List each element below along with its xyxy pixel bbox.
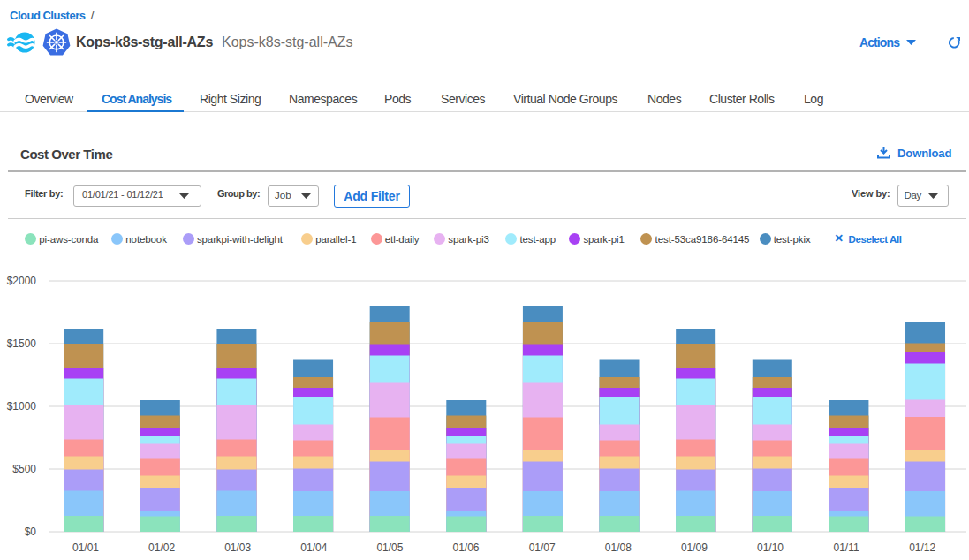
svg-text:01/06: 01/06	[452, 541, 479, 554]
svg-text:$2000: $2000	[7, 275, 37, 287]
svg-text:$0: $0	[25, 526, 37, 538]
svg-text:$1500: $1500	[7, 337, 37, 350]
svg-text:01/07: 01/07	[529, 541, 556, 554]
svg-text:01/01: 01/01	[72, 541, 99, 554]
svg-text:01/12: 01/12	[909, 541, 935, 554]
svg-text:01/10: 01/10	[757, 541, 784, 554]
svg-text:01/02: 01/02	[148, 541, 175, 554]
svg-text:01/08: 01/08	[605, 541, 632, 554]
svg-text:01/03: 01/03	[224, 541, 251, 554]
svg-text:01/04: 01/04	[300, 541, 327, 554]
svg-text:01/09: 01/09	[681, 541, 708, 554]
svg-text:$1000: $1000	[7, 400, 37, 412]
svg-text:01/05: 01/05	[376, 541, 403, 554]
svg-text:01/11: 01/11	[834, 541, 859, 554]
svg-text:$500: $500	[12, 463, 36, 475]
